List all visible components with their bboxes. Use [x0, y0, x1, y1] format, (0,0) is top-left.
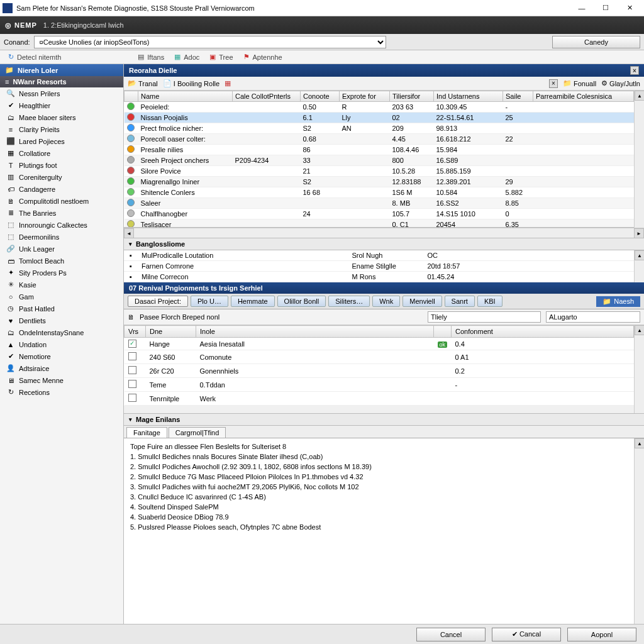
sidebar-item[interactable]: 🗎Compulitotidl nestloem — [0, 195, 123, 207]
sidebar-item[interactable]: 🗂Maee blaoer siters — [0, 111, 123, 123]
sidebar-item[interactable]: ♥Dentliets — [0, 314, 123, 326]
table-row[interactable]: Prect fmolice nicher:S2AN20998.913 — [125, 123, 634, 134]
table-row[interactable]: Sreeh Project onchersP209-42343380016.S8… — [125, 155, 634, 166]
sidebar-item[interactable]: ◷Past Hatled — [0, 303, 123, 314]
column-header[interactable]: Name — [138, 91, 233, 102]
column-header[interactable]: Dne — [146, 326, 196, 338]
column-header[interactable]: Conoote — [301, 91, 340, 102]
sidebar-item[interactable]: ⬛Lared Pojieces — [0, 135, 123, 147]
messages-section-header[interactable]: Mage Enilans — [124, 413, 644, 426]
table-row[interactable]: Chalflhanogber24105.714.S15 10100 — [125, 209, 634, 219]
maximize-button[interactable]: ☐ — [594, 1, 618, 15]
scroll-up-icon[interactable]: ▲ — [635, 325, 644, 335]
sidebar-item[interactable]: 🗃Tomloct Beach — [0, 255, 123, 267]
close-button[interactable]: ✕ — [618, 1, 641, 15]
sidebar-item[interactable]: ⬚Innoroungic Calkectes — [0, 219, 123, 231]
command-select[interactable]: ¤Ceuske Unolies (ar iniopSeolTons) — [34, 36, 386, 48]
mash-button[interactable]: 📁Naesh — [596, 296, 640, 307]
filter-input-2[interactable] — [546, 311, 640, 323]
tree-item[interactable]: ▣Tree — [206, 53, 235, 62]
tab[interactable]: Wnk — [372, 296, 400, 307]
tab[interactable]: KBI — [477, 296, 502, 307]
sidebar-item[interactable]: 🔍Nessn Prilers — [0, 87, 123, 99]
sidebar-item[interactable]: ✔Heaglthier — [0, 99, 123, 111]
sidebar-item[interactable]: ✳Kasie — [0, 279, 123, 291]
sidebar-header-1[interactable]: 📁 Niereh Loler — [0, 64, 123, 76]
sidebar-item[interactable]: ↻Recetions — [0, 386, 123, 398]
sidebar-item[interactable]: ✦Sity Proders Ps — [0, 267, 123, 279]
sidebar-item[interactable]: ▦Crollatiore — [0, 147, 123, 159]
tab[interactable]: Sanrt — [445, 296, 475, 307]
details-section-header[interactable]: Banglossliome — [124, 238, 644, 250]
apply-button[interactable]: Aoponl — [567, 628, 636, 641]
tab[interactable]: Olillor Bonll — [277, 296, 326, 307]
column-header[interactable]: Tiliersifor — [390, 91, 434, 102]
iftans-item[interactable]: ▤Iftans — [134, 53, 167, 62]
upper-vscroll[interactable]: ▲ — [634, 91, 644, 228]
table-row[interactable]: Nissan Poojalis6.1Lly0222-S1.54.6125 — [125, 113, 634, 123]
task-row[interactable]: 26r C20Gonennhiels0.2 — [125, 364, 634, 378]
msg-tab-0[interactable]: Fanitage — [126, 427, 167, 438]
msg-tab-1[interactable]: Cargrnol|Tfind — [169, 427, 226, 438]
column-header[interactable] — [125, 91, 138, 102]
tranal-group[interactable]: 📂Tranal — [128, 79, 158, 87]
glay-btn[interactable]: ⚙Glay/Jutln — [601, 79, 640, 87]
column-header[interactable]: Ind Ustarnens — [434, 91, 503, 102]
minimize-button[interactable]: — — [570, 1, 594, 15]
column-header[interactable]: Parreamibile Colesnisica — [533, 91, 634, 102]
task-row[interactable]: Teme0.Tddan- — [125, 378, 634, 392]
projects-table-wrap[interactable]: NameCale CollotPnterlsConooteExprote for… — [124, 91, 634, 228]
column-header[interactable]: Confonment — [452, 326, 634, 338]
sidebar-item[interactable]: 👤Adtsiraice — [0, 362, 123, 374]
export-icon-btn[interactable]: ▦ — [225, 79, 231, 87]
scroll-right-icon[interactable]: ► — [634, 228, 644, 238]
checkbox[interactable] — [128, 340, 136, 348]
table-row[interactable]: Shitencle Conlers16 681S6 M10.5845.882 — [125, 187, 634, 198]
column-header[interactable]: Saile — [503, 91, 533, 102]
scroll-up-icon[interactable]: ▲ — [635, 91, 644, 101]
tab[interactable]: Plo U… — [191, 296, 228, 307]
sidebar-item[interactable]: TPlutings foot — [0, 159, 123, 171]
tab[interactable]: Menviell — [402, 296, 441, 307]
canedy-button[interactable]: Canedy — [552, 36, 640, 48]
sidebar-header-2[interactable]: ≡ NWanr Reesorts — [0, 76, 123, 87]
checkbox[interactable] — [128, 380, 136, 388]
task-row[interactable]: TenrnitpleWerk — [125, 392, 634, 406]
scroll-up-icon[interactable]: ▲ — [635, 250, 644, 260]
scroll-up-icon[interactable]: ▲ — [635, 438, 644, 448]
tab[interactable]: Siliters… — [328, 296, 370, 307]
sidebar-item[interactable]: ⬚Deermonilins — [0, 231, 123, 243]
adoc-item[interactable]: ▦Adoc — [170, 53, 202, 62]
fonuall-btn[interactable]: 📁Fonuall — [563, 79, 596, 87]
upper-hscroll[interactable]: ◄ ► — [124, 228, 644, 238]
column-header[interactable]: Cale CollotPnterls — [233, 91, 301, 102]
column-header[interactable]: Vrs — [125, 326, 146, 338]
tab[interactable]: Dasaci Project: — [128, 296, 188, 307]
upper-panel-close-icon[interactable]: × — [630, 66, 639, 75]
messages-vscroll[interactable]: ▲ — [634, 438, 644, 624]
table-row[interactable]: Saleer8. MB16.SS28.85 — [125, 198, 634, 209]
sidebar-item[interactable]: 🖥Samec Menne — [0, 374, 123, 386]
subtoolbar-close-icon[interactable]: × — [549, 79, 558, 88]
aptennhe-item[interactable]: ⚑Aptennhe — [240, 53, 285, 62]
checkbox[interactable] — [128, 366, 136, 374]
tasks-vscroll[interactable]: ▲ — [634, 325, 644, 413]
checkbox[interactable] — [128, 394, 136, 402]
tab[interactable]: Hemmate — [231, 296, 275, 307]
cancel-button-1[interactable]: Cancel — [416, 628, 486, 641]
booling-group[interactable]: 📄I Booiling Rolle — [163, 79, 219, 87]
column-header[interactable]: Inole — [196, 326, 434, 338]
sidebar-item[interactable]: ○Gam — [0, 291, 123, 303]
table-row[interactable]: Peoieled:0.50R203 6310.309.45- — [125, 102, 634, 113]
scroll-left-icon[interactable]: ◄ — [124, 228, 134, 238]
sidebar-item[interactable]: ≣The Banries — [0, 207, 123, 219]
task-row[interactable]: HangeAesia Inesatallok0.4 — [125, 338, 634, 350]
table-row[interactable]: Teslisacer0. C1204546.35 — [125, 219, 634, 228]
sidebar-item[interactable]: ▥Corenitergulty — [0, 171, 123, 183]
column-header[interactable]: Exprote for — [340, 91, 390, 102]
detect-item[interactable]: ↻ Detecl nitemth — [4, 53, 64, 62]
table-row[interactable]: Miagrenallgo IninerS212.8318812.389.2012… — [125, 177, 634, 187]
sidebar-item[interactable]: ▲Undation — [0, 338, 123, 350]
checkbox[interactable] — [128, 352, 136, 360]
sidebar-item[interactable]: ≡Clarity Prieits — [0, 123, 123, 135]
